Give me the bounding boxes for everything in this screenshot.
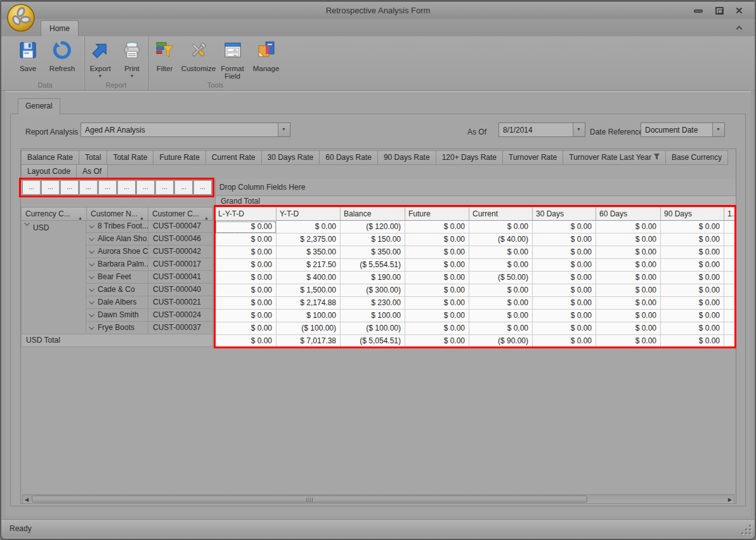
- data-cell[interactable]: $ 0.00: [596, 297, 661, 310]
- data-cell[interactable]: $ 0.00: [277, 221, 341, 234]
- data-column-header-30-days[interactable]: 30 Days: [533, 207, 596, 221]
- as-of-date-combobox[interactable]: 8/1/2014: [499, 122, 585, 137]
- format-field-button[interactable]: abcabcFormat Field: [216, 39, 249, 86]
- data-cell[interactable]: $ 2,375.00: [277, 234, 341, 246]
- customer-code-cell[interactable]: CUST-000024: [148, 309, 213, 322]
- data-cell[interactable]: $ 0.00: [215, 297, 277, 310]
- scrollbar-thumb[interactable]: [32, 496, 587, 503]
- field-chip-120-days-rate[interactable]: 120+ Days Rate: [436, 150, 503, 165]
- data-cell[interactable]: $ 0.00: [533, 310, 596, 322]
- customize-button[interactable]: Customize: [182, 39, 215, 86]
- customer-name-cell[interactable]: Barbara Palm...: [86, 258, 148, 271]
- data-cell[interactable]: $ 0.00: [661, 246, 724, 259]
- expander-chevron-icon[interactable]: [89, 261, 94, 266]
- customer-code-cell[interactable]: CUST-000040: [148, 284, 213, 296]
- data-column-header-y-t-d[interactable]: Y-T-D: [277, 207, 341, 221]
- field-chip-balance-rate[interactable]: Balance Rate: [21, 150, 79, 165]
- field-chip-layout-code[interactable]: Layout Code: [21, 164, 77, 179]
- total-data-cell[interactable]: $ 0.00: [596, 335, 661, 348]
- data-cell[interactable]: $ 100.00: [277, 310, 341, 322]
- total-data-cell[interactable]: $ 0.00: [533, 335, 596, 348]
- data-cell[interactable]: $ 400.00: [277, 272, 341, 284]
- data-column-header-60-days[interactable]: 60 Days: [596, 207, 661, 221]
- data-cell[interactable]: $ 0.00: [215, 234, 277, 246]
- data-cell[interactable]: $ 230.00: [341, 297, 405, 310]
- dropdown-caret-icon[interactable]: ▼: [98, 74, 103, 78]
- data-cell[interactable]: ($ 5,554.51): [341, 259, 405, 272]
- data-cell[interactable]: [724, 221, 736, 234]
- data-cell[interactable]: $ 0.00: [215, 310, 277, 322]
- field-chip-30-days-rate[interactable]: 30 Days Rate: [261, 150, 320, 165]
- prefilter-cell-4[interactable]: ...: [98, 180, 117, 195]
- total-data-cell[interactable]: ($ 90.00): [469, 335, 533, 348]
- data-cell[interactable]: $ 0.00: [405, 322, 469, 335]
- expander-chevron-icon[interactable]: [89, 324, 94, 329]
- column-header-customer-name[interactable]: Customer N... ▲: [86, 207, 148, 221]
- data-column-header-l-y-t-d[interactable]: L-Y-T-D: [215, 207, 277, 221]
- data-cell[interactable]: $ 0.00: [215, 246, 277, 259]
- data-cell[interactable]: $ 0.00: [533, 272, 596, 284]
- data-cell[interactable]: $ 0.00: [469, 297, 533, 310]
- data-cell[interactable]: $ 0.00: [215, 322, 277, 335]
- prefilter-cell-7[interactable]: ...: [155, 180, 174, 195]
- data-cell[interactable]: $ 0.00: [596, 246, 661, 259]
- data-cell[interactable]: $ 0.00: [533, 259, 596, 272]
- customer-name-cell[interactable]: Aurora Shoe Co: [86, 246, 148, 258]
- data-cell[interactable]: $ 0.00: [405, 246, 469, 259]
- customer-code-cell[interactable]: CUST-000017: [148, 258, 213, 271]
- data-column-header-current[interactable]: Current: [469, 207, 533, 221]
- data-cell[interactable]: $ 0.00: [469, 221, 533, 234]
- data-column-header-90-days[interactable]: 90 Days: [661, 207, 724, 221]
- field-chip-total-rate[interactable]: Total Rate: [107, 150, 153, 165]
- total-data-cell[interactable]: [724, 335, 736, 348]
- data-cell[interactable]: $ 0.00: [533, 297, 596, 310]
- grand-total-header[interactable]: Grand Total: [215, 196, 736, 207]
- data-cell[interactable]: $ 0.00: [469, 259, 533, 272]
- data-cell[interactable]: $ 190.00: [341, 272, 405, 284]
- data-cell[interactable]: $ 100.00: [341, 310, 405, 322]
- data-cell[interactable]: $ 0.00: [596, 234, 661, 246]
- data-cell[interactable]: $ 0.00: [661, 310, 724, 322]
- data-cell[interactable]: $ 217.50: [277, 259, 341, 272]
- prefilter-cell-5[interactable]: ...: [117, 180, 136, 195]
- data-cell[interactable]: $ 0.00: [469, 246, 533, 259]
- field-chip-turnover-rate-last-year[interactable]: Turnover Rate Last Year: [563, 150, 666, 165]
- data-cell[interactable]: $ 0.00: [661, 272, 724, 284]
- dropdown-arrow-icon[interactable]: [573, 123, 585, 136]
- data-cell[interactable]: $ 0.00: [533, 322, 596, 335]
- data-cell[interactable]: [724, 297, 736, 310]
- customer-name-cell[interactable]: Dale Albers: [86, 296, 148, 309]
- data-cell[interactable]: $ 350.00: [277, 246, 341, 259]
- data-column-header-1-[interactable]: 1...: [724, 207, 736, 221]
- expander-chevron-icon[interactable]: [24, 220, 29, 225]
- refresh-button[interactable]: Refresh: [46, 39, 79, 78]
- data-cell[interactable]: $ 0.00: [215, 259, 277, 272]
- data-cell[interactable]: $ 0.00: [533, 246, 596, 259]
- filter-button[interactable]: Filter: [148, 39, 181, 86]
- customer-name-cell[interactable]: Dawn Smith: [86, 309, 148, 322]
- data-cell[interactable]: ($ 100.00): [341, 322, 405, 335]
- data-cell[interactable]: $ 0.00: [661, 259, 724, 272]
- data-cell[interactable]: $ 0.00: [533, 234, 596, 246]
- customer-code-cell[interactable]: CUST-000041: [148, 271, 213, 284]
- data-cell[interactable]: $ 0.00: [405, 234, 469, 246]
- data-cell[interactable]: $ 0.00: [661, 322, 724, 335]
- data-cell[interactable]: $ 0.00: [533, 284, 596, 297]
- usd-total-row[interactable]: USD Total: [21, 334, 213, 347]
- minimize-button[interactable]: [693, 6, 704, 15]
- report-analysis-combobox[interactable]: Aged AR Analysis: [81, 122, 290, 137]
- data-cell[interactable]: $ 0.00: [469, 284, 533, 297]
- data-cell[interactable]: $ 0.00: [469, 310, 533, 322]
- data-cell[interactable]: $ 0.00: [469, 322, 533, 335]
- expander-chevron-icon[interactable]: [89, 312, 94, 317]
- filter-funnel-icon[interactable]: [654, 151, 660, 164]
- data-cell[interactable]: $ 0.00: [405, 310, 469, 322]
- customer-name-cell[interactable]: Cade & Co: [86, 284, 148, 296]
- data-cell[interactable]: [724, 246, 736, 259]
- data-cell[interactable]: $ 350.00: [341, 246, 405, 259]
- row-group-usd[interactable]: USD: [21, 220, 86, 334]
- data-cell[interactable]: $ 0.00: [596, 322, 661, 335]
- data-cell[interactable]: [724, 284, 736, 297]
- expander-chevron-icon[interactable]: [89, 273, 94, 279]
- data-cell[interactable]: $ 0.00: [405, 297, 469, 310]
